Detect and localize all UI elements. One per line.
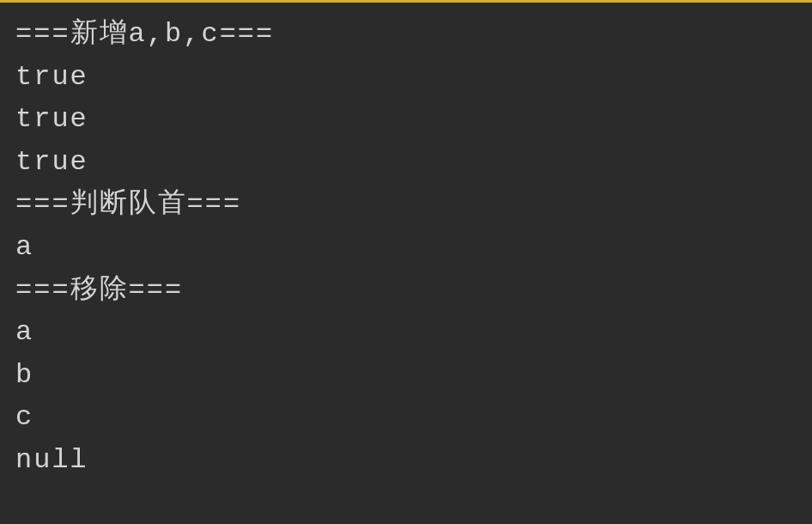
console-line: true xyxy=(15,56,797,99)
console-output-area: ===新增a,b,c=== true true true ===判断队首=== … xyxy=(0,3,812,492)
console-line: b xyxy=(15,354,797,397)
console-line: c xyxy=(15,396,797,439)
console-line: a xyxy=(15,311,797,354)
console-line: a xyxy=(15,226,797,269)
console-line: ===移除=== xyxy=(15,269,797,312)
console-line: true xyxy=(15,141,797,184)
console-line: true xyxy=(15,98,797,141)
console-line: ===新增a,b,c=== xyxy=(15,13,797,56)
console-line: ===判断队首=== xyxy=(15,183,797,226)
console-line: null xyxy=(15,439,797,482)
